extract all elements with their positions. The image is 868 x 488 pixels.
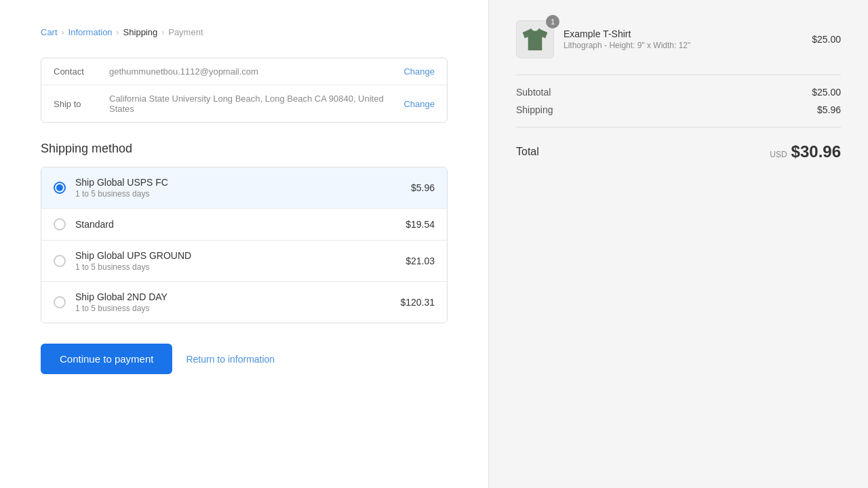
contact-label: Contact	[54, 66, 101, 77]
subtotal-row: Subtotal $25.00	[516, 83, 841, 101]
button-row: Continue to payment Return to informatio…	[41, 344, 448, 374]
shipping-name-2: Ship Global UPS GROUND	[75, 250, 396, 261]
breadcrumb-information[interactable]: Information	[68, 27, 113, 37]
ship-to-value: California State University Long Beach, …	[109, 94, 395, 114]
radio-2	[54, 255, 66, 267]
ship-to-change-button[interactable]: Change	[403, 99, 435, 109]
shipping-price-3: $120.31	[400, 297, 435, 308]
product-quantity-badge: 1	[546, 15, 559, 28]
radio-0	[54, 182, 66, 194]
shipping-name-3: Ship Global 2ND DAY	[75, 291, 391, 302]
breadcrumb-cart[interactable]: Cart	[41, 27, 58, 37]
ship-to-row: Ship to California State University Long…	[41, 85, 447, 122]
right-panel: 1 Example T-Shirt Lithograph - Height: 9…	[488, 0, 868, 488]
divider-2	[516, 127, 841, 127]
breadcrumb-payment: Payment	[168, 27, 203, 37]
shipping-info-2: Ship Global UPS GROUND 1 to 5 business d…	[75, 250, 396, 272]
radio-1	[54, 218, 66, 230]
radio-3	[54, 296, 66, 308]
left-panel: Cart › Information › Shipping › Payment …	[0, 0, 488, 488]
breadcrumb-sep-1: ›	[62, 28, 64, 37]
breadcrumb-sep-3: ›	[161, 28, 164, 37]
shipping-option-0[interactable]: Ship Global USPS FC 1 to 5 business days…	[41, 167, 447, 208]
shipping-price-1: $19.54	[406, 219, 435, 230]
product-image-wrap: 1	[516, 20, 554, 58]
shipping-days-3: 1 to 5 business days	[75, 304, 391, 313]
divider-1	[516, 75, 841, 75]
product-description: Lithograph - Height: 9" x Width: 12"	[564, 41, 802, 50]
total-label: Total	[516, 146, 539, 158]
tshirt-icon	[521, 27, 549, 52]
shipping-info-3: Ship Global 2ND DAY 1 to 5 business days	[75, 291, 391, 313]
total-row: Total USD $30.96	[516, 136, 841, 168]
shipping-days-0: 1 to 5 business days	[75, 189, 401, 199]
continue-to-payment-button[interactable]: Continue to payment	[41, 344, 172, 374]
shipping-info-1: Standard	[75, 219, 396, 230]
return-to-information-link[interactable]: Return to information	[186, 354, 275, 365]
total-amount: $30.96	[791, 142, 841, 161]
shipping-options: Ship Global USPS FC 1 to 5 business days…	[41, 167, 448, 323]
product-name: Example T-Shirt	[564, 28, 802, 39]
shipping-summary-label: Shipping	[516, 104, 553, 115]
shipping-summary-value: $5.96	[817, 104, 841, 115]
contact-change-button[interactable]: Change	[403, 66, 435, 77]
shipping-method-title: Shipping method	[41, 142, 448, 156]
shipping-summary-row: Shipping $5.96	[516, 101, 841, 119]
product-details: Example T-Shirt Lithograph - Height: 9" …	[564, 28, 802, 50]
shipping-price-2: $21.03	[406, 256, 435, 266]
shipping-option-3[interactable]: Ship Global 2ND DAY 1 to 5 business days…	[41, 281, 447, 323]
breadcrumb-sep-2: ›	[117, 28, 119, 37]
shipping-name-0: Ship Global USPS FC	[75, 177, 401, 188]
subtotal-value: $25.00	[812, 87, 841, 98]
breadcrumb: Cart › Information › Shipping › Payment	[41, 27, 448, 37]
radio-inner-0	[56, 184, 63, 191]
contact-value: gethummunetbou.1112@yopmail.com	[109, 66, 395, 77]
info-box: Contact gethummunetbou.1112@yopmail.com …	[41, 58, 448, 123]
shipping-price-0: $5.96	[411, 182, 435, 193]
shipping-days-2: 1 to 5 business days	[75, 262, 396, 272]
ship-to-label: Ship to	[54, 99, 101, 109]
shipping-option-2[interactable]: Ship Global UPS GROUND 1 to 5 business d…	[41, 240, 447, 281]
product-row: 1 Example T-Shirt Lithograph - Height: 9…	[516, 20, 841, 58]
product-price: $25.00	[812, 34, 841, 45]
total-currency: USD	[770, 150, 787, 159]
shipping-name-1: Standard	[75, 219, 396, 230]
total-value-wrap: USD $30.96	[770, 142, 841, 161]
breadcrumb-shipping: Shipping	[123, 27, 158, 37]
shipping-info-0: Ship Global USPS FC 1 to 5 business days	[75, 177, 401, 199]
contact-row: Contact gethummunetbou.1112@yopmail.com …	[41, 58, 447, 85]
subtotal-label: Subtotal	[516, 87, 551, 98]
shipping-option-1[interactable]: Standard $19.54	[41, 208, 447, 240]
